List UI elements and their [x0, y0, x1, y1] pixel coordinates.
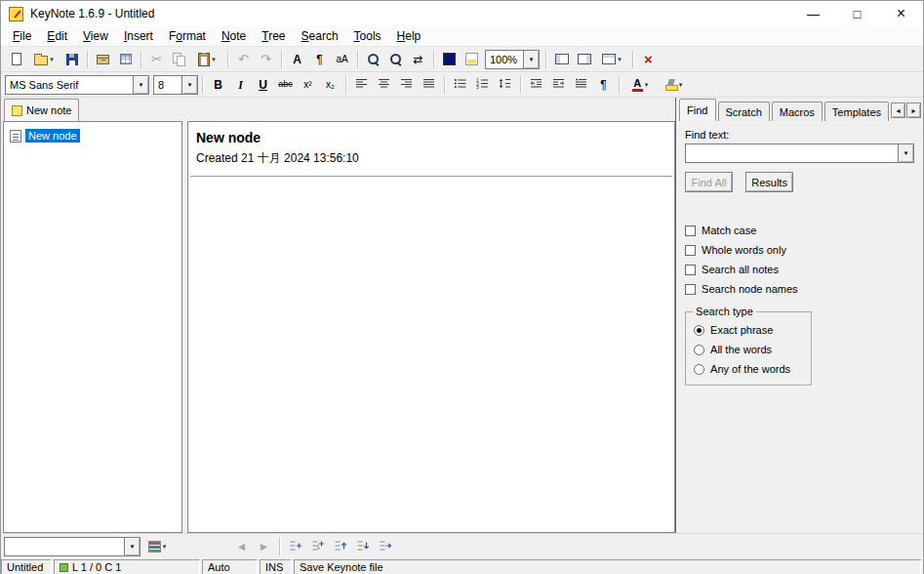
- move-node-up-button[interactable]: [329, 536, 351, 557]
- highlight-button[interactable]: [461, 49, 483, 70]
- align-right-button[interactable]: [395, 74, 418, 96]
- minimize-button[interactable]: —: [791, 1, 835, 26]
- font-name-dropdown-button[interactable]: ▾: [133, 76, 148, 94]
- resource-tab-macros[interactable]: Macros: [772, 102, 823, 121]
- find-next-button[interactable]: [384, 49, 407, 70]
- highlight-color-button[interactable]: ▾: [657, 74, 690, 96]
- bold-button[interactable]: B: [207, 74, 229, 96]
- highlight-color-dropdown-icon[interactable]: ▾: [679, 81, 683, 89]
- replace-button[interactable]: ⇄: [407, 49, 429, 70]
- navigate-back-button[interactable]: ◄: [230, 536, 253, 557]
- match-case-option[interactable]: Match case: [685, 225, 914, 236]
- strikethrough-button[interactable]: abc: [274, 74, 297, 96]
- find-text-dropdown-button[interactable]: ▾: [898, 144, 913, 162]
- add-node-button[interactable]: [284, 536, 306, 557]
- move-node-down-button[interactable]: [351, 536, 374, 557]
- italic-button[interactable]: I: [229, 74, 252, 96]
- font-size-dropdown-button[interactable]: ▾: [181, 76, 197, 94]
- menu-edit[interactable]: Edit: [39, 27, 75, 45]
- toggle-tree-panel-button[interactable]: [550, 49, 573, 70]
- font-size-combobox[interactable]: 8 ▾: [153, 75, 198, 95]
- subscript-button[interactable]: x₂: [319, 74, 341, 96]
- menu-file[interactable]: File: [5, 27, 39, 45]
- underline-button[interactable]: U: [252, 74, 274, 96]
- line-spacing-button[interactable]: [494, 74, 516, 96]
- tab-scroll-left-button[interactable]: ◂: [891, 102, 905, 118]
- font-color-button[interactable]: A ▾: [623, 74, 657, 96]
- menu-format[interactable]: Format: [161, 27, 214, 45]
- font-name-value[interactable]: MS Sans Serif: [6, 79, 133, 91]
- superscript-button[interactable]: x²: [297, 74, 319, 96]
- font-dialog-button[interactable]: A: [286, 49, 308, 70]
- menu-note[interactable]: Note: [214, 27, 254, 45]
- any-of-the-words-radio[interactable]: [694, 364, 704, 375]
- tree-node-new-node[interactable]: New node: [4, 129, 181, 143]
- any-of-the-words-option[interactable]: Any of the words: [694, 363, 803, 375]
- first-line-indent-button[interactable]: [570, 74, 592, 96]
- find-text-combobox[interactable]: ▾: [685, 144, 914, 163]
- background-color-button[interactable]: [438, 49, 461, 70]
- find-all-button[interactable]: Find All: [685, 172, 733, 192]
- zoom-combobox[interactable]: 100% ▾: [485, 50, 540, 69]
- font-name-combobox[interactable]: MS Sans Serif ▾: [5, 75, 149, 95]
- file-manager-button[interactable]: [92, 49, 114, 70]
- open-file-dropdown-icon[interactable]: ▾: [50, 56, 54, 63]
- zoom-value[interactable]: 100%: [486, 54, 523, 65]
- add-child-node-button[interactable]: [306, 536, 329, 557]
- exact-phrase-radio[interactable]: [694, 325, 704, 336]
- menu-search[interactable]: Search: [294, 27, 346, 45]
- align-justify-button[interactable]: [418, 74, 440, 96]
- all-the-words-option[interactable]: All the words: [694, 344, 803, 355]
- style-combobox[interactable]: ▾: [4, 537, 141, 556]
- find-button[interactable]: [362, 49, 384, 70]
- change-case-button[interactable]: aA: [331, 49, 353, 70]
- numbered-list-button[interactable]: 123: [471, 74, 494, 96]
- paste-button[interactable]: ▾: [190, 49, 223, 70]
- close-button[interactable]: ×: [879, 1, 923, 26]
- whole-words-checkbox[interactable]: [685, 245, 696, 256]
- redo-button[interactable]: ↷: [255, 49, 277, 70]
- resource-tab-scratch[interactable]: Scratch: [718, 102, 770, 121]
- file-properties-button[interactable]: [114, 49, 137, 70]
- undo-button[interactable]: ↶: [232, 49, 255, 70]
- all-the-words-radio[interactable]: [694, 345, 704, 355]
- menu-tree[interactable]: Tree: [254, 27, 293, 45]
- editor-body[interactable]: [188, 177, 674, 532]
- search-all-notes-checkbox[interactable]: [685, 265, 696, 275]
- toggle-resource-panel-button[interactable]: [573, 49, 595, 70]
- font-color-dropdown-icon[interactable]: ▾: [645, 81, 649, 89]
- exit-button[interactable]: ×: [637, 49, 660, 70]
- zoom-dropdown-button[interactable]: ▾: [523, 51, 539, 68]
- menu-tools[interactable]: Tools: [346, 27, 389, 45]
- bullet-list-button[interactable]: [449, 74, 471, 96]
- open-file-button[interactable]: ▾: [27, 49, 60, 70]
- save-file-button[interactable]: [60, 49, 83, 70]
- search-node-names-option[interactable]: Search node names: [685, 283, 914, 295]
- tree-panel[interactable]: New node: [3, 121, 182, 533]
- style-dropdown-button[interactable]: ▾: [124, 538, 140, 555]
- maximize-button[interactable]: □: [835, 1, 879, 26]
- tab-scroll-right-button[interactable]: ▸: [906, 102, 921, 118]
- align-center-button[interactable]: [373, 74, 395, 96]
- match-case-checkbox[interactable]: [685, 226, 696, 236]
- indent-button[interactable]: [547, 74, 570, 96]
- menu-view[interactable]: View: [75, 27, 116, 45]
- copy-button[interactable]: [168, 49, 190, 70]
- move-node-right-button[interactable]: [374, 536, 396, 557]
- apply-style-dropdown-icon[interactable]: ▾: [163, 543, 167, 551]
- font-size-value[interactable]: 8: [154, 79, 181, 91]
- cut-button[interactable]: ✂: [145, 49, 168, 70]
- editor-panel[interactable]: New node Created 21 十月 2024 13:56:10: [187, 121, 675, 533]
- note-tab-new-note[interactable]: New note: [4, 99, 79, 121]
- view-options-dropdown-icon[interactable]: ▾: [618, 56, 622, 63]
- align-left-button[interactable]: [350, 74, 373, 96]
- view-options-button[interactable]: ▾: [595, 49, 628, 70]
- paragraph-marks-button[interactable]: ¶: [592, 74, 615, 96]
- resource-tab-find[interactable]: Find: [679, 99, 715, 121]
- search-all-notes-option[interactable]: Search all notes: [685, 264, 914, 275]
- exact-phrase-option[interactable]: Exact phrase: [694, 324, 803, 336]
- new-file-button[interactable]: [5, 49, 27, 70]
- paragraph-dialog-button[interactable]: ¶: [308, 49, 331, 70]
- resource-tab-templates[interactable]: Templates: [824, 102, 889, 121]
- whole-words-option[interactable]: Whole words only: [685, 244, 914, 256]
